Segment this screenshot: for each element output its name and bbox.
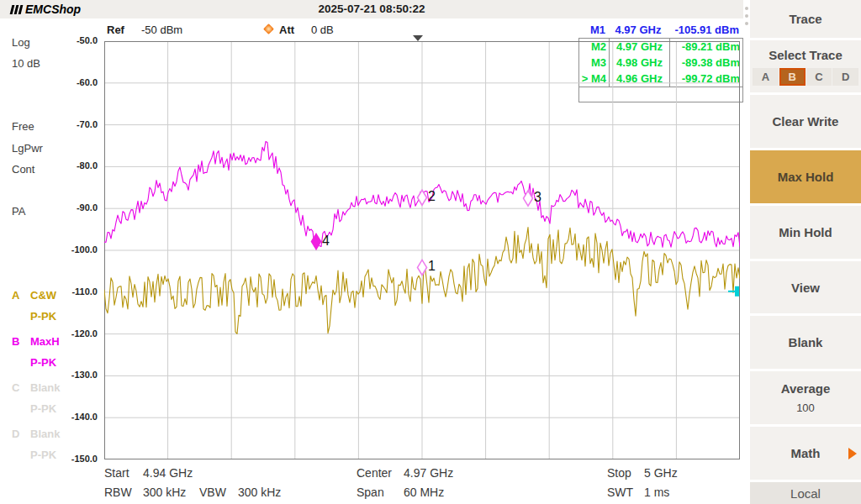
attenuation-label[interactable]: Att <box>279 24 294 36</box>
softkey-label: Min Hold <box>779 225 832 239</box>
marker-1-number: 1 <box>428 259 436 273</box>
drag-dot-icon <box>745 22 748 25</box>
trace-c-mode: Blank <box>30 381 60 394</box>
span-value[interactable]: 60 MHz <box>404 486 444 499</box>
start-freq-value[interactable]: 4.94 GHz <box>143 466 193 480</box>
trace-d-letter: D <box>12 428 19 440</box>
softkey-blank[interactable]: Blank <box>750 316 861 369</box>
y-axis-tick-label: -130.0 <box>47 370 98 380</box>
drag-dot-icon <box>745 14 748 18</box>
trace-tab-a[interactable]: A <box>753 68 779 86</box>
y-axis-tick-label: -60.0 <box>47 77 98 87</box>
center-freq-label[interactable]: Center <box>357 466 392 480</box>
softkey-sidebar: Trace Select Trace ABCD Clear WriteMax H… <box>743 0 861 504</box>
trace-tab-d[interactable]: D <box>832 68 858 86</box>
sidebar-drag-handle[interactable] <box>743 0 750 504</box>
trace-b-detector: P-PK <box>30 356 56 369</box>
marker-2-number: 2 <box>428 189 436 203</box>
select-trace-label: Select Trace <box>750 48 861 62</box>
sweep-position-indicator <box>413 35 423 41</box>
rbw-label[interactable]: RBW <box>104 486 132 499</box>
datetime-display: 2025-07-21 08:50:22 <box>0 3 743 15</box>
attenuation-value[interactable]: 0 dB <box>311 24 334 36</box>
softkey-label: Math <box>791 446 821 460</box>
trace-d-detector: P-PK <box>30 449 56 461</box>
marker-amplitude: -105.91 dBm <box>668 22 742 38</box>
ref-level-label[interactable]: Ref <box>107 24 124 36</box>
softkey-clear-write[interactable]: Clear Write <box>750 95 861 148</box>
swt-label[interactable]: SWT <box>607 486 633 499</box>
vbw-label[interactable]: VBW <box>199 486 226 499</box>
top-bar: EMC Shop 2025-07-21 08:50:22 <box>0 0 743 18</box>
start-freq-label[interactable]: Start <box>104 466 129 480</box>
submenu-arrow-icon <box>848 448 857 459</box>
y-axis-tick-label: -70.0 <box>47 119 98 129</box>
amplitude-scale-label: Log <box>12 36 30 49</box>
softkey-math[interactable]: Math <box>750 427 861 480</box>
softkey-value: 100 <box>796 402 815 414</box>
softkey-label: Blank <box>789 335 823 349</box>
marker-row-m1: M1 4.97 GHz -105.91 dBm <box>578 22 743 38</box>
trace-a-mode: C&W <box>30 289 56 302</box>
spectrum-plot-svg[interactable]: 1234 <box>104 41 740 459</box>
marker-2-diamond[interactable] <box>418 190 427 205</box>
marker-3-number: 3 <box>534 190 541 204</box>
rbw-value[interactable]: 300 kHz <box>143 486 186 499</box>
preamp-label: PA <box>12 205 25 218</box>
trace-b-letter: B <box>12 335 19 348</box>
marker-frequency: 4.97 GHz <box>608 22 668 38</box>
marker-name: M1 <box>578 22 608 38</box>
trace-b-mode: MaxH <box>30 335 60 348</box>
local-button[interactable]: Local <box>750 482 861 504</box>
attenuation-icon <box>263 24 274 34</box>
vbw-value[interactable]: 300 kHz <box>238 486 281 499</box>
ref-level-value[interactable]: -50 dBm <box>141 24 182 36</box>
trigger-type-label: LgPwr <box>12 142 43 155</box>
softkey-max-hold[interactable]: Max Hold <box>750 150 861 203</box>
trace-a-letter: A <box>12 289 19 302</box>
marker-4-number: 4 <box>322 234 330 248</box>
stop-freq-value[interactable]: 5 GHz <box>644 466 678 480</box>
scale-per-div-label: 10 dB <box>12 57 40 70</box>
stop-freq-label[interactable]: Stop <box>607 466 631 480</box>
spectrum-analyzer-app: EMC Shop 2025-07-21 08:50:22 Log 10 dB F… <box>0 0 861 504</box>
trace-a-detector: P-PK <box>30 310 56 323</box>
y-axis-tick-label: -90.0 <box>47 202 98 213</box>
softkey-label: Max Hold <box>778 170 834 184</box>
swt-value[interactable]: 1 ms <box>644 486 669 499</box>
select-trace-section: Select Trace ABCD <box>750 40 861 92</box>
center-freq-value[interactable]: 4.97 GHz <box>404 466 453 480</box>
softkey-label: Clear Write <box>773 114 839 129</box>
softkey-label: Average <box>781 381 831 396</box>
softkey-label: View <box>791 281 820 295</box>
softkey-buttons: Clear WriteMax HoldMin HoldViewBlankAver… <box>750 95 861 480</box>
trace-c-letter: C <box>12 381 19 394</box>
sweep-mode-label: Cont <box>12 163 34 176</box>
y-axis-tick-label: -80.0 <box>47 160 98 171</box>
trace-tab-b[interactable]: B <box>779 68 806 86</box>
edge-marker-icon <box>735 286 739 297</box>
drag-dot-icon <box>745 7 748 10</box>
trigger-mode-label: Free <box>12 120 34 133</box>
spectrum-display[interactable]: 1234 <box>104 41 740 459</box>
y-axis-tick-label: -50.0 <box>47 35 98 45</box>
y-axis-tick-label: -100.0 <box>47 244 98 255</box>
trace-d-mode: Blank <box>30 428 60 440</box>
softkey-view[interactable]: View <box>750 261 861 314</box>
trace-c-detector: P-PK <box>30 402 56 415</box>
edge-marker-icon <box>728 291 735 292</box>
panel-title: Trace <box>750 0 861 38</box>
span-label[interactable]: Span <box>357 486 384 499</box>
trace-tab-c[interactable]: C <box>806 68 832 86</box>
softkey-average[interactable]: Average100 <box>750 371 861 424</box>
trace-tabs: ABCD <box>753 68 858 86</box>
softkey-min-hold[interactable]: Min Hold <box>750 206 861 259</box>
